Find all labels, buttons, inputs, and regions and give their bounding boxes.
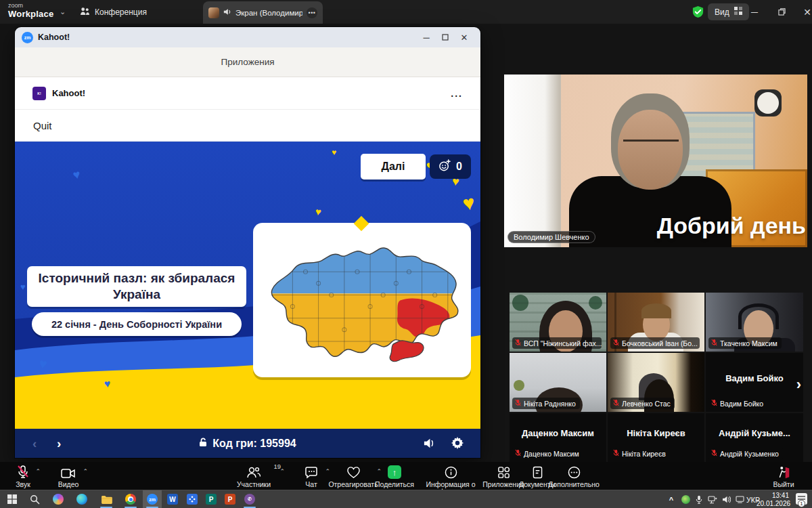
participant-display-name: Даценко Максим: [510, 428, 606, 438]
leave-label: Выйти: [773, 480, 794, 488]
start-button[interactable]: [3, 490, 22, 508]
video-tile[interactable]: Ткаченко Максим: [706, 293, 803, 352]
apps-menu-bar: Приложения: [15, 47, 480, 77]
participant-label: ВСП "Ніжинський фах...: [512, 337, 602, 349]
speaker-video-tile[interactable]: Добрий день Володимир Шевченко: [504, 75, 807, 247]
viber-icon[interactable]: ✆: [240, 490, 259, 508]
zoom-taskbar-icon[interactable]: zm: [143, 490, 162, 508]
word-icon[interactable]: W: [163, 490, 182, 508]
clock[interactable]: 13:41 20.01.2026: [757, 492, 789, 508]
ukraine-puzzle-map-card: [253, 223, 471, 377]
tab-meeting[interactable]: Конференция: [80, 0, 147, 24]
network-tray-icon[interactable]: [706, 490, 719, 508]
participant-label: Вадим Бойко: [708, 398, 767, 409]
volume-tray-icon[interactable]: [719, 490, 733, 508]
game-code: Код гри: 195994: [15, 438, 480, 450]
reactions-counter[interactable]: 0: [430, 154, 471, 179]
apps-menu-label[interactable]: Приложения: [221, 57, 275, 67]
antivirus-tray-icon[interactable]: [679, 490, 692, 508]
video-tile[interactable]: Андрій Кузьме... Андрій Кузьменко: [706, 413, 803, 462]
lock-icon[interactable]: [199, 438, 207, 450]
tab-screen-share[interactable]: Экран (Володимир Шевчені •••: [203, 1, 323, 24]
video-tile[interactable]: Левченко Стас: [608, 353, 704, 412]
tab-screen-label: Экран (Володимир Шевчені: [235, 9, 302, 17]
kahoot-close-button[interactable]: ✕: [455, 33, 474, 43]
participant-display-name: Вадим Бойко: [706, 373, 803, 383]
chevron-up-icon[interactable]: ⌃: [279, 469, 285, 475]
tray-date: 20.01.2026: [757, 500, 789, 508]
security-shield-icon[interactable]: [692, 5, 704, 21]
reaction-count: 0: [456, 161, 462, 173]
edge-icon[interactable]: [72, 490, 91, 508]
view-button[interactable]: Вид: [708, 3, 749, 20]
file-explorer-icon[interactable]: [97, 490, 116, 508]
layout-grid-icon: [734, 7, 742, 17]
app-icon-blue-dots[interactable]: [183, 490, 202, 508]
kahoot-logo: K!: [32, 87, 46, 100]
participant-label: Нікіта Раднянко: [512, 398, 580, 409]
game-title: Історичний пазл: як збиралася Україна: [35, 270, 238, 303]
chevron-down-icon[interactable]: ⌄: [60, 7, 66, 16]
video-label: Видео: [58, 480, 79, 488]
more-options-icon[interactable]: ...: [451, 88, 463, 99]
next-page-chevron-icon[interactable]: ›: [796, 376, 801, 394]
tab-more-icon[interactable]: •••: [307, 7, 317, 18]
participants-label: Участники: [237, 480, 271, 488]
search-icon[interactable]: [25, 490, 44, 508]
muted-mic-icon: [613, 449, 619, 458]
participant-display-name: Нікіта Киреєв: [608, 428, 704, 438]
audio-button[interactable]: ⌃ Звук: [4, 465, 42, 488]
muted-mic-icon: [515, 449, 521, 458]
chrome-icon[interactable]: [121, 490, 140, 508]
tray-expand-chevron[interactable]: ^: [666, 490, 677, 508]
video-tile[interactable]: Нікіта Киреєв Нікіта Киреєв: [608, 413, 704, 462]
leave-button[interactable]: Выйти: [761, 465, 807, 488]
video-tile[interactable]: ВСП "Ніжинський фах...: [510, 293, 606, 352]
video-tile[interactable]: Вадим Бойко › Вадим Бойко: [706, 353, 803, 412]
video-tile[interactable]: Даценко Максим Даценко Максим: [510, 413, 606, 462]
video-button[interactable]: ⌃ Видео: [49, 465, 88, 488]
participants-button[interactable]: 19 ⌃ Участники: [228, 465, 279, 488]
participant-name: ВСП "Ніжинський фах...: [524, 339, 602, 347]
windows-taskbar: zm W P P ✆ ^: [0, 490, 812, 508]
kahoot-maximize-button[interactable]: [436, 33, 455, 43]
video-tile[interactable]: Нікіта Раднянко: [510, 353, 606, 412]
participant-label: Левченко Стас: [610, 398, 675, 409]
kahoot-app-window: zm Kahoot! ─ ✕ Приложения K! Kahoot! ...…: [15, 27, 480, 458]
kahoot-minimize-button[interactable]: ─: [417, 33, 436, 43]
avatar: [208, 7, 219, 18]
game-code-label: Код гри: 195994: [212, 438, 296, 450]
settings-gear-icon[interactable]: [451, 436, 464, 452]
muted-mic-icon: [711, 399, 717, 408]
next-button[interactable]: Далі: [361, 154, 426, 179]
view-label: Вид: [715, 7, 729, 17]
zoom-app-icon: zm: [22, 32, 33, 43]
sound-icon[interactable]: [423, 438, 436, 452]
chevron-up-icon[interactable]: ⌃: [83, 469, 88, 475]
kahoot-app-name: Kahoot!: [52, 88, 85, 98]
game-subtitle-pill: 22 січня - День Соборності України: [32, 312, 242, 336]
chevron-up-icon[interactable]: ⌃: [35, 469, 41, 475]
microphone-tray-icon[interactable]: [693, 490, 705, 508]
participant-name: Вадим Бойко: [720, 400, 763, 408]
game-title-card: Історичний пазл: як збиралася Україна: [27, 266, 246, 307]
participant-name: Ткаченко Максим: [720, 339, 777, 347]
close-button[interactable]: ✕: [797, 0, 812, 24]
add-reaction-icon: [438, 159, 451, 175]
publisher-icon[interactable]: P: [202, 490, 221, 508]
video-tile[interactable]: Бочковський Іван (Бо...: [608, 293, 704, 352]
notification-center-icon[interactable]: 1: [796, 493, 807, 505]
speaker-name-label: Володимир Шевченко: [508, 231, 595, 243]
powerpoint-icon[interactable]: P: [221, 490, 240, 508]
quit-row[interactable]: Quit: [15, 110, 480, 142]
notification-badge: 1: [798, 500, 805, 507]
minimize-button[interactable]: ─: [744, 0, 765, 24]
more-button[interactable]: Дополнительно: [542, 465, 606, 488]
participants-icon: [80, 7, 90, 18]
video-scene: [623, 140, 679, 150]
game-footer-bar: ‹ › Код гри: 195994: [15, 429, 480, 458]
copilot-icon[interactable]: [49, 490, 68, 508]
restore-button[interactable]: [771, 0, 792, 24]
participant-name: Андрій Кузьменко: [720, 450, 779, 458]
participant-name: Даценко Максим: [524, 450, 579, 458]
